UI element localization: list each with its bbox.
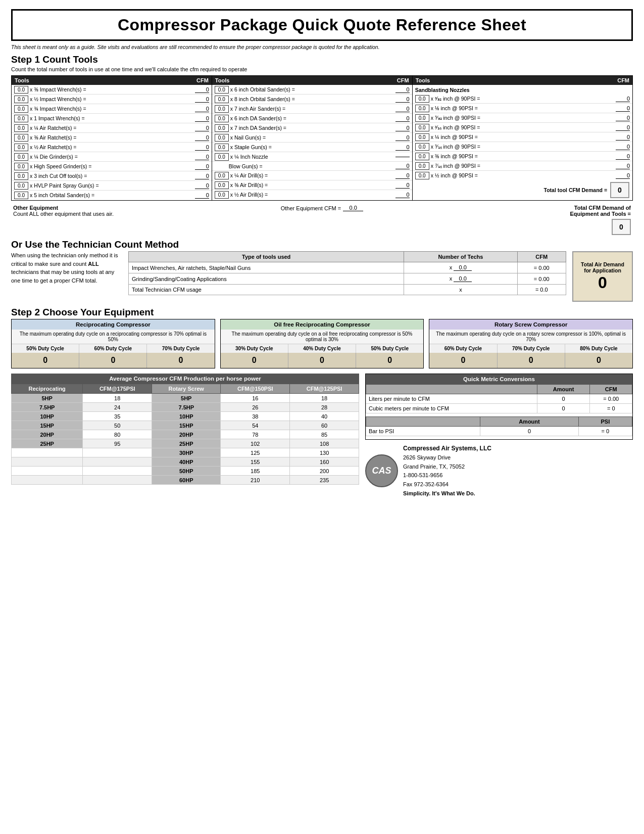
- tools-col2-tool-label: Tools: [215, 77, 230, 83]
- tool-qty-input[interactable]: [14, 153, 28, 161]
- tool-qty-input[interactable]: [14, 192, 28, 199]
- tool-qty-input[interactable]: [14, 115, 28, 122]
- comp-values-row: 000: [429, 353, 632, 368]
- company-address1: 2626 Skyway Drive: [403, 453, 491, 462]
- rotary-hp: 25HP: [152, 439, 221, 448]
- tool-qty-input[interactable]: [215, 86, 229, 94]
- rotary-hp: 60HP: [152, 476, 221, 485]
- rotary-cfm150: 155: [221, 457, 290, 467]
- tool-row: x 1 Impact Wrench(s) = 0: [12, 114, 212, 123]
- tool-qty-input[interactable]: [215, 144, 229, 151]
- metric-cfm-row: Liters per minute to CFM 0 = 0.00: [366, 394, 632, 404]
- tool-qty-input[interactable]: [215, 153, 229, 161]
- tool-qty-input[interactable]: [215, 181, 229, 189]
- rotary-cfm150: 78: [221, 430, 290, 439]
- rotary-cfm125: 40: [290, 412, 359, 421]
- rotary-cfm125: 28: [290, 403, 359, 412]
- recip-hp: 5HP: [12, 394, 83, 403]
- tool-qty-input[interactable]: [415, 153, 429, 160]
- tool-qty-input[interactable]: [415, 172, 429, 179]
- metric-conversions-box: Quick Metric Conversions Amount CFM Lite…: [365, 374, 633, 440]
- total-tool-cfm-row: Total tool CFM Demand = 0: [413, 180, 632, 200]
- tech-row-type: Impact Wrenches, Air ratchets, Staple/Na…: [129, 262, 404, 273]
- tools-col3-cfm-label: CFM: [617, 77, 629, 83]
- duty-label: 70% Duty Cycle: [498, 344, 565, 353]
- tech-count-input[interactable]: [454, 264, 472, 271]
- tech-row-techs: x: [404, 262, 517, 273]
- tool-row: x ½ Air Drill(s) = 0: [212, 190, 412, 199]
- tool-name: x ¼ Inch Nozzle: [230, 154, 395, 160]
- tool-cfm-value: 0: [195, 154, 209, 160]
- tool-row: x ⅜ Impact Wrench(s) = 0: [12, 85, 212, 95]
- tool-qty-input[interactable]: [215, 191, 229, 199]
- comp-value: 0: [565, 353, 632, 368]
- tools-col3-header: Tools CFM: [413, 76, 632, 85]
- tool-row: x ¼ Air Drill(s) = 0: [212, 171, 412, 180]
- tool-qty-input[interactable]: [215, 105, 229, 113]
- tool-qty-input[interactable]: [14, 124, 28, 132]
- tool-qty-input[interactable]: [415, 133, 429, 141]
- metric-psi-amount: 0: [480, 427, 578, 436]
- tool-row: x ½ Impact Wrench(s) = 0: [12, 95, 212, 104]
- tool-qty-input[interactable]: [14, 172, 28, 180]
- tool-qty-input[interactable]: [415, 114, 429, 122]
- tool-row: x ³⁄₃₂ inch @ 90PSI = 0: [413, 94, 632, 104]
- cfm-table-title: Average Compressor CFM Production per ho…: [11, 374, 359, 384]
- main-title: Compressor Package Quick Quote Reference…: [11, 9, 633, 41]
- recip-cfm: 18: [83, 394, 152, 403]
- tool-qty-input[interactable]: [415, 143, 429, 151]
- tool-row: x 6 inch DA Sander(s) = 0: [212, 114, 412, 123]
- tool-qty-input[interactable]: [415, 124, 429, 131]
- recip-hp: 25HP: [12, 439, 83, 448]
- tech-count-input[interactable]: [454, 275, 472, 282]
- tech-demand-label2: for Application: [584, 267, 621, 273]
- tool-name: x 3 inch Cut Off tool(s) =: [30, 173, 195, 179]
- tool-name: x Staple Gun(s) =: [230, 144, 395, 150]
- tool-qty-input[interactable]: [415, 105, 429, 112]
- metric-cfm-amount: 0: [537, 394, 590, 404]
- tool-qty-input[interactable]: [14, 144, 28, 151]
- step2-title: Step 2 Choose Your Equipment: [11, 307, 633, 318]
- tool-cfm-value: 0: [616, 172, 630, 179]
- recip-hp: 20HP: [12, 430, 83, 439]
- tool-name: x 1 Impact Wrench(s) =: [30, 115, 195, 121]
- tool-qty-input[interactable]: [215, 124, 229, 132]
- other-equip-cfm-input[interactable]: [343, 205, 363, 211]
- tool-name: x ³⁄₃₂ inch @ 90PSI =: [431, 96, 616, 102]
- tool-name: x ½ Air Drill(s) =: [230, 192, 395, 198]
- metric-cfm-col-amount: Amount: [537, 385, 590, 394]
- compressor-grid: Reciprocating Compressor The maximum ope…: [11, 319, 633, 368]
- cfm-table-row: 40HP155160: [12, 457, 359, 467]
- tool-name: x 6 inch DA Sander(s) =: [230, 115, 395, 121]
- cfm-table-block: Average Compressor CFM Production per ho…: [11, 374, 359, 498]
- tool-name: x 7 inch Air Sander(s) =: [230, 106, 395, 112]
- comp-values-row: 000: [221, 353, 424, 368]
- rotary-cfm150: 185: [221, 467, 290, 476]
- tool-qty-input[interactable]: [415, 162, 429, 170]
- metric-block: Quick Metric Conversions Amount CFM Lite…: [365, 374, 633, 498]
- other-equip-left: Other Equipment Count ALL other equipmen…: [13, 205, 219, 217]
- tool-qty-input[interactable]: [14, 96, 28, 103]
- tool-qty-input[interactable]: [14, 163, 28, 170]
- rotary-cfm125: 235: [290, 476, 359, 485]
- tool-qty-input[interactable]: [415, 95, 429, 103]
- tech-desc2: technicians that may be using tools at a…: [11, 269, 114, 284]
- tool-qty-input[interactable]: [14, 134, 28, 142]
- tool-qty-input[interactable]: [215, 134, 229, 142]
- tool-cfm-value: 0: [195, 173, 209, 179]
- tool-qty-input[interactable]: [215, 115, 229, 122]
- tools-col1-tool-label: Tools: [15, 77, 29, 83]
- tool-qty-input[interactable]: [215, 172, 229, 179]
- tool-cfm-value: 0: [395, 182, 410, 189]
- tool-name: x 8 inch Orbital Sander(s) =: [230, 96, 395, 102]
- comp-duty-row: 30% Duty Cycle40% Duty Cycle50% Duty Cyc…: [221, 344, 424, 353]
- tool-qty-input[interactable]: [14, 182, 28, 190]
- tool-qty-input[interactable]: [14, 105, 28, 113]
- tech-row-techs: x: [404, 273, 517, 285]
- tool-qty-input[interactable]: [14, 86, 28, 94]
- tool-qty-input[interactable]: [215, 96, 229, 103]
- tools-col1-list: x ⅜ Impact Wrench(s) = 0 x ½ Impact Wren…: [12, 85, 212, 200]
- step1-desc: Count the total number of tools in use a…: [11, 66, 633, 72]
- tech-col-type: Type of tools used: [129, 252, 404, 262]
- tech-row-type: Grinding/Sanding/Coating Applications: [129, 273, 404, 285]
